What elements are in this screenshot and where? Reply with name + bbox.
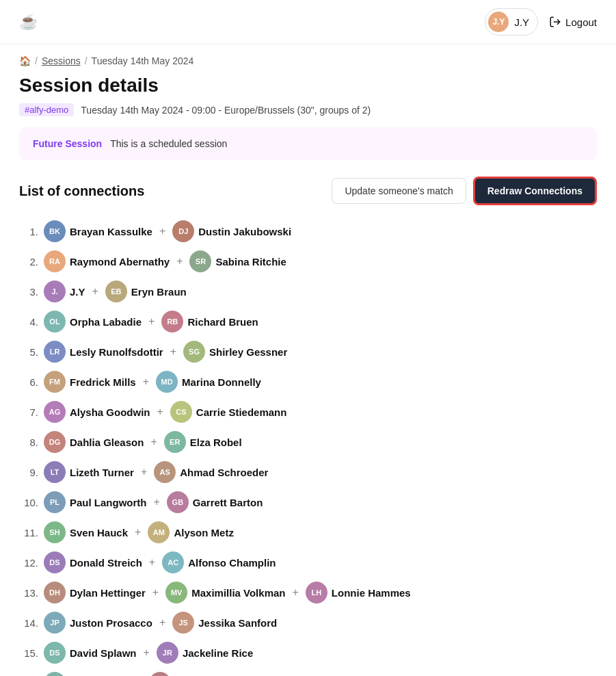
logout-icon [549,16,561,28]
person-1: RARaymond Abernathy [44,250,170,272]
person-name: Paul Langworth [70,497,147,508]
table-row: 3.J.J.Y+EBEryn Braun [19,276,597,307]
current-page-label: Tuesday 14th May 2024 [92,55,194,66]
avatar: JS [172,612,194,634]
avatar: EB [105,281,127,302]
row-number: 5. [19,346,38,358]
person-1: LRLesly Runolfsdottir [44,341,163,363]
person-name: Orpha Labadie [70,316,142,328]
person-2: GBGarrett Barton [167,491,263,513]
person-name: Marina Donnelly [182,376,261,388]
person-name: Alysha Goodwin [70,406,150,418]
row-number: 9. [19,467,38,478]
redraw-connections-button[interactable]: Redraw Connections [473,177,597,205]
connections-header: List of connections Update someone's mat… [0,177,616,216]
person-name: Jackeline Rice [183,647,253,659]
person-2: MVMaximillia Volkman [165,582,285,603]
sessions-link[interactable]: Sessions [42,55,81,66]
connector-icon: + [143,376,149,388]
person-2: ERElza Robel [164,431,242,453]
person-2: ACAlfonso Champlin [162,551,276,573]
home-icon[interactable]: 🏠 [19,55,31,66]
person-name: Fredrick Mills [70,376,136,388]
breadcrumb: 🏠 / Sessions / Tuesday 14th May 2024 [0,44,616,69]
person-name: Elza Robel [190,437,242,448]
future-session-label: Future Session [33,138,102,149]
avatar: RA [44,250,66,272]
logout-button[interactable]: Logout [549,16,597,28]
person-name: Eryn Braun [131,286,187,298]
table-row: 6.FMFredrick Mills+MDMarina Donnelly [19,367,597,397]
row-number: 4. [19,316,38,328]
table-row: 1.BKBrayan Kassulke+DJDustin Jakubowski [19,216,597,246]
page-title: Session details [0,69,616,99]
person-2: RBRichard Bruen [161,311,258,333]
table-row: 7.AGAlysha Goodwin+CSCarrie Stiedemann [19,397,597,427]
avatar: J. [44,281,66,302]
person-name: Richard Bruen [187,316,258,328]
row-number: 14. [19,617,38,629]
row-number: 15. [19,647,38,659]
person-2: DJDustin Jakubowski [172,220,291,242]
person-name: Garrett Barton [193,497,263,508]
person-2: MDMarina Donnelly [156,371,261,393]
user-badge[interactable]: J.Y J.Y [485,8,538,36]
person-name: David Splawn [70,647,137,659]
person-name: Alfonso Champlin [188,557,276,569]
avatar: OL [44,311,66,333]
person-1: SHSven Hauck [44,521,128,543]
avatar: MW [44,672,66,676]
connector-icon: + [92,285,98,298]
table-row: 13.DHDylan Hettinger+MVMaximillia Volkma… [19,577,597,608]
avatar: DS [44,551,66,573]
avatar: RB [161,311,183,333]
table-row: 12.DSDonald Streich+ACAlfonso Champlin [19,547,597,577]
avatar: JP [44,612,66,634]
connector-icon: + [148,315,155,328]
row-number: 12. [19,557,38,569]
person-name: Shirley Gessner [209,346,287,358]
row-number: 11. [19,527,38,538]
avatar: J.Y [488,12,509,32]
person-name: Dustin Jakubowski [198,226,291,237]
person-1: FMFredrick Mills [44,371,136,393]
person-1: DGDahlia Gleason [44,431,144,453]
person-name: Raymond Abernathy [70,256,170,268]
connector-icon: + [149,556,155,569]
session-tag: #alfy-demo [19,103,74,116]
table-row: 9.LTLizeth Turner+ASAhmad Schroeder [19,457,597,487]
person-1: PLPaul Langworth [44,491,147,513]
connections-title: List of connections [19,183,144,199]
avatar: AM [148,521,170,543]
table-row: 14.JPJuston Prosacco+JSJessika Sanford [19,608,597,638]
header-right: J.Y J.Y Logout [485,8,597,36]
connector-icon: + [292,586,298,599]
connector-icon: + [157,406,163,418]
person-2: AMAlyson Metz [148,521,234,543]
person-name: Sven Hauck [70,527,128,538]
row-number: 3. [19,286,38,298]
person-1: DSDavid Splawn [44,642,137,664]
avatar: JR [157,642,178,664]
avatar: AS [154,461,176,483]
avatar: AG [44,401,66,423]
person-2: JKJulien Kuphal [149,672,242,676]
person-1: DSDonald Streich [44,551,142,573]
person-name: Dahlia Gleason [70,437,144,448]
avatar: LH [306,582,327,603]
person-2: SGShirley Gessner [183,341,287,363]
person-1: MWMarvin Wiza [44,672,129,676]
row-number: 2. [19,256,38,268]
avatar: ER [164,431,186,453]
person-1: LTLizeth Turner [44,461,134,483]
avatar: GB [167,491,189,513]
avatar: PL [44,491,66,513]
row-number: 6. [19,376,38,388]
person-name: Sabina Ritchie [215,256,286,268]
avatar: SH [44,521,66,543]
connector-icon: + [152,586,159,599]
row-number: 8. [19,437,38,448]
table-row: 16.MWMarvin Wiza+JKJulien Kuphal [19,668,597,676]
update-match-button[interactable]: Update someone's match [332,178,466,204]
person-2: JSJessika Sanford [172,612,277,634]
